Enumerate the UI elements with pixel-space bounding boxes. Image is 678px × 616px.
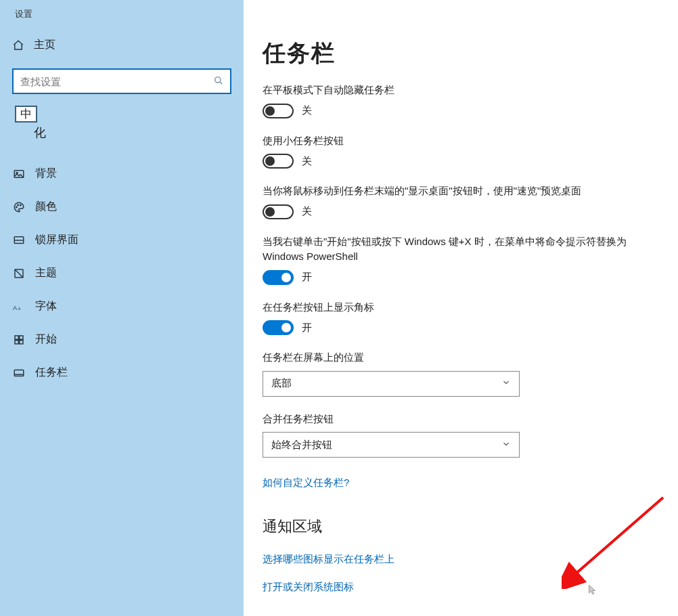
font-icon: AA [12,300,26,313]
svg-point-4 [18,204,19,206]
sidebar-item-start[interactable]: 开始 [0,323,244,356]
combine-dropdown[interactable]: 始终合并按钮 [263,432,520,458]
svg-rect-11 [20,336,23,339]
setting-label: 在平板模式下自动隐藏任务栏 [263,83,655,98]
setting-toggle-3: 当我右键单击"开始"按钮或按下 Windows 键+X 时，在菜单中将命令提示符… [263,234,655,285]
main-content: 任务栏 在平板模式下自动隐藏任务栏关使用小任务栏按钮关当你将鼠标移动到任务栏末端… [244,0,678,616]
sidebar-item-lockscreen[interactable]: 锁屏界面 [0,223,244,257]
svg-point-5 [20,204,22,206]
image-icon [12,167,26,181]
search-box[interactable] [12,68,231,94]
chevron-down-icon [501,439,511,451]
position-dropdown[interactable]: 底部 [263,371,520,397]
sidebar-item-label: 颜色 [35,200,57,214]
toggle-state: 关 [302,205,312,218]
sidebar-item-label: 字体 [35,299,57,313]
svg-rect-13 [20,340,23,343]
sidebar-item-label: 背景 [35,167,57,181]
sidebar-item-label: 主题 [35,266,57,280]
toggle-switch[interactable] [263,154,294,169]
setting-label: 在任务栏按钮上显示角标 [263,300,655,315]
search-input[interactable] [20,76,214,87]
toggle-switch[interactable] [263,104,294,118]
chevron-down-icon [501,378,511,389]
notify-heading: 通知区域 [263,516,678,537]
toggle-state: 关 [302,155,312,168]
setting-toggle-0: 在平板模式下自动隐藏任务栏关 [263,83,655,118]
notify-icons-link[interactable]: 选择哪些图标显示在任务栏上 [263,553,394,566]
start-icon [12,333,26,347]
toggle-state: 关 [302,104,312,117]
page-title: 任务栏 [263,38,678,69]
setting-label: 合并任务栏按钮 [263,412,655,427]
category-partial: 化 [34,125,46,141]
lockscreen-icon [12,234,26,247]
svg-text:A: A [13,304,17,311]
customize-link[interactable]: 如何自定义任务栏? [263,477,349,489]
search-icon [214,76,223,87]
taskbar-icon [12,366,26,380]
sidebar-home[interactable]: 主页 [0,26,244,64]
app-title: 设置 [0,7,244,26]
sidebar-item-label: 任务栏 [35,366,68,380]
toggle-switch[interactable] [263,320,294,335]
setting-label: 当你将鼠标移动到任务栏末端的"显示桌面"按钮时，使用"速览"预览桌面 [263,183,655,199]
sidebar-item-background[interactable]: 背景 [0,157,244,190]
annotation-arrow [562,494,670,589]
sidebar-item-label: 开始 [35,332,57,347]
setting-toggle-1: 使用小任务栏按钮关 [263,133,655,169]
sidebar-item-taskbar[interactable]: 任务栏 [0,356,244,389]
setting-toggle-2: 当你将鼠标移动到任务栏末端的"显示桌面"按钮时，使用"速览"预览桌面关 [263,183,655,219]
toggle-switch[interactable] [263,204,294,219]
sidebar-item-label: 锁屏界面 [35,233,78,247]
setting-combine: 合并任务栏按钮 始终合并按钮 [263,412,655,458]
sidebar: 设置 主页 中 化 背景 颜色 锁屏界面 [0,0,244,616]
setting-position: 任务栏在屏幕上的位置 底部 [263,350,655,397]
svg-text:A: A [18,306,21,310]
svg-point-0 [215,76,221,82]
ime-badge[interactable]: 中 [15,106,37,123]
home-icon [12,39,24,51]
sidebar-item-themes[interactable]: 主题 [0,257,244,290]
setting-toggle-4: 在任务栏按钮上显示角标开 [263,300,655,336]
svg-rect-12 [15,340,18,343]
sidebar-nav: 背景 颜色 锁屏界面 主题 AA 字体 [0,157,244,389]
home-label: 主页 [34,38,55,52]
palette-icon [12,200,26,214]
system-icons-link[interactable]: 打开或关闭系统图标 [263,581,354,594]
sidebar-item-colors[interactable]: 颜色 [0,190,244,223]
sidebar-item-fonts[interactable]: AA 字体 [0,290,244,323]
toggle-state: 开 [302,271,312,284]
dropdown-value: 底部 [271,377,292,390]
svg-point-3 [16,206,18,208]
setting-label: 使用小任务栏按钮 [263,133,655,149]
setting-label: 当我右键单击"开始"按钮或按下 Windows 键+X 时，在菜单中将命令提示符… [263,234,655,265]
svg-rect-14 [14,370,24,376]
svg-rect-10 [15,336,18,339]
theme-icon [12,267,26,280]
toggle-state: 开 [302,322,312,334]
toggle-switch[interactable] [263,270,294,285]
setting-label: 任务栏在屏幕上的位置 [263,350,655,366]
dropdown-value: 始终合并按钮 [271,439,332,452]
